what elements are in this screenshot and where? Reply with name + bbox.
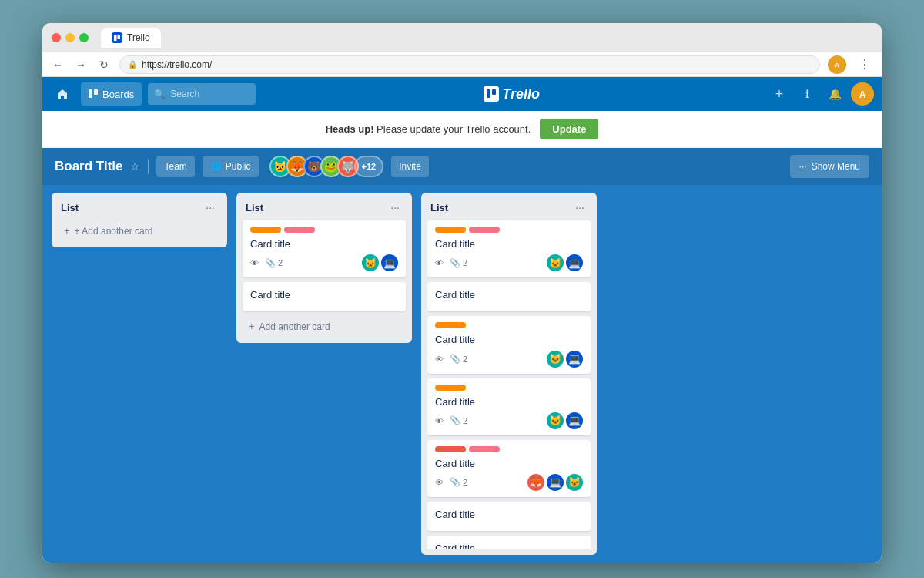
show-menu-button[interactable]: ··· Show Menu [790, 155, 869, 178]
tab-favicon [112, 32, 122, 43]
privacy-icon: 🌐 [210, 161, 222, 172]
svg-rect-6 [487, 89, 490, 98]
list-3-title: List [430, 202, 448, 213]
card-title: Card title [435, 288, 583, 302]
card-list3-4[interactable]: Card title 👁 📎 2 🐱 [427, 378, 591, 435]
list-3-menu-button[interactable]: ··· [572, 200, 588, 214]
browser-tab[interactable]: Trello [101, 28, 161, 48]
card-eye-meta: 👁 [250, 258, 259, 267]
list-1-header: List ··· [58, 199, 221, 216]
card-list3-6[interactable]: Card title [427, 502, 591, 531]
add-button[interactable]: + [768, 82, 791, 106]
card-list3-5[interactable]: Card title 👁 📎 2 🦊 [427, 440, 591, 497]
notifications-button[interactable]: 🔔 [823, 82, 846, 106]
trello-logo-text: Trello [502, 86, 540, 102]
card-labels [435, 385, 583, 391]
card-list3-3[interactable]: Card title 👁 📎 2 🐱 [427, 316, 591, 373]
show-menu-label: Show Menu [812, 161, 860, 172]
browser-window: Trello ← → ↻ 🔒 https://trello.com/ A ⋮ B… [42, 23, 882, 563]
forward-button[interactable]: → [73, 57, 89, 72]
add-card-plus-icon: + [64, 225, 70, 237]
search-placeholder: Search [170, 89, 199, 99]
lock-icon: 🔒 [128, 60, 137, 69]
svg-rect-5 [94, 89, 98, 95]
url-bar[interactable]: 🔒 https://trello.com/ [119, 55, 820, 74]
invite-button[interactable]: Invite [391, 156, 429, 177]
search-bar[interactable]: 🔍 Search [148, 83, 256, 105]
minimize-button[interactable] [65, 33, 75, 42]
card-list3-1[interactable]: Card title 👁 📎 2 🐱 [427, 220, 591, 277]
card-list3-2[interactable]: Card title [427, 282, 591, 311]
attachment-icon: 📎 [450, 354, 460, 364]
board-star-button[interactable]: ☆ [130, 160, 140, 173]
browser-more-button[interactable]: ⋮ [855, 55, 874, 74]
card-avatars: 🐱 💻 [547, 351, 583, 368]
list-1-menu-button[interactable]: ··· [203, 200, 218, 214]
app-content: Boards 🔍 Search Trello + ℹ 🔔 A [42, 77, 882, 563]
label-red [435, 446, 466, 452]
svg-text:A: A [859, 89, 866, 100]
card-avatar: 🐱 [566, 474, 583, 491]
card-title: Card title [250, 237, 398, 251]
close-button[interactable] [52, 33, 61, 42]
notification-text: Heads up! Please update your Trello acco… [326, 123, 531, 135]
attachment-icon: 📎 [450, 258, 460, 268]
card-title: Card title [435, 395, 583, 409]
board-privacy-button[interactable]: 🌐 Public [203, 156, 259, 177]
info-button[interactable]: ℹ [795, 82, 819, 106]
eye-icon: 👁 [435, 258, 444, 267]
card-avatar: 💻 [547, 474, 564, 491]
label-orange [250, 227, 281, 233]
card-title: Card title [435, 333, 583, 347]
attachment-count: 2 [463, 355, 467, 364]
home-button[interactable] [50, 82, 75, 106]
eye-icon: 👁 [250, 258, 259, 267]
browser-profile-icon[interactable]: A [828, 55, 846, 74]
label-pink [284, 227, 315, 233]
list-2-menu-button[interactable]: ··· [387, 200, 403, 214]
add-card-button-list-1[interactable]: + + Add another card [58, 220, 221, 241]
board-area: Board Title ☆ Team 🌐 Public 🐱 🦊 🐻 🐸 🐺 +1… [42, 148, 882, 563]
label-orange [435, 322, 466, 328]
heads-up-text: Heads up! [326, 123, 374, 135]
card-list2-2[interactable]: Card title [243, 282, 406, 311]
card-avatar: 💻 [566, 351, 583, 368]
tab-title: Trello [127, 32, 150, 43]
add-card-button-list-2[interactable]: + Add another card [243, 316, 406, 337]
show-menu-dots-icon: ··· [799, 161, 807, 172]
refresh-button[interactable]: ↻ [96, 57, 112, 72]
card-labels [250, 227, 398, 233]
card-title: Card title [435, 457, 583, 471]
card-avatars: 🐱 💻 [547, 412, 583, 429]
url-text: https://trello.com/ [142, 59, 212, 70]
user-avatar[interactable]: A [851, 82, 874, 106]
eye-icon: 👁 [435, 355, 444, 364]
card-meta: 👁 📎 2 🦊 💻 🐱 [435, 474, 583, 491]
card-attachment-meta: 📎 2 [265, 258, 283, 268]
attachment-count: 2 [463, 478, 467, 487]
maximize-button[interactable] [79, 33, 89, 42]
address-bar: ← → ↻ 🔒 https://trello.com/ A ⋮ [42, 52, 882, 77]
card-avatar: 🐱 [547, 351, 564, 368]
card-list3-7[interactable]: Card title [427, 536, 591, 549]
boards-button[interactable]: Boards [81, 82, 142, 106]
back-button[interactable]: ← [50, 57, 65, 72]
card-labels [435, 446, 583, 452]
browser-titlebar: Trello [42, 23, 882, 52]
update-button[interactable]: Update [540, 119, 598, 139]
label-orange [435, 227, 466, 233]
board-team-button[interactable]: Team [156, 156, 194, 177]
card-title: Card title [435, 508, 583, 522]
board-title: Board Title [55, 159, 122, 174]
list-2: List ··· Card title 👁 [236, 193, 412, 343]
member-count-badge[interactable]: +12 [354, 156, 384, 177]
board-header: Board Title ☆ Team 🌐 Public 🐱 🦊 🐻 🐸 🐺 +1… [42, 148, 882, 185]
card-title: Card title [435, 237, 583, 251]
list-3: List ··· Card title [421, 193, 597, 555]
card-avatar: 💻 [566, 254, 583, 271]
card-list2-1[interactable]: Card title 👁 📎 2 🐱 💻 [243, 220, 406, 277]
card-avatar: 💻 [566, 412, 583, 429]
eye-icon: 👁 [435, 478, 444, 487]
card-eye-meta: 👁 [435, 416, 444, 425]
attachment-count: 2 [463, 416, 467, 425]
